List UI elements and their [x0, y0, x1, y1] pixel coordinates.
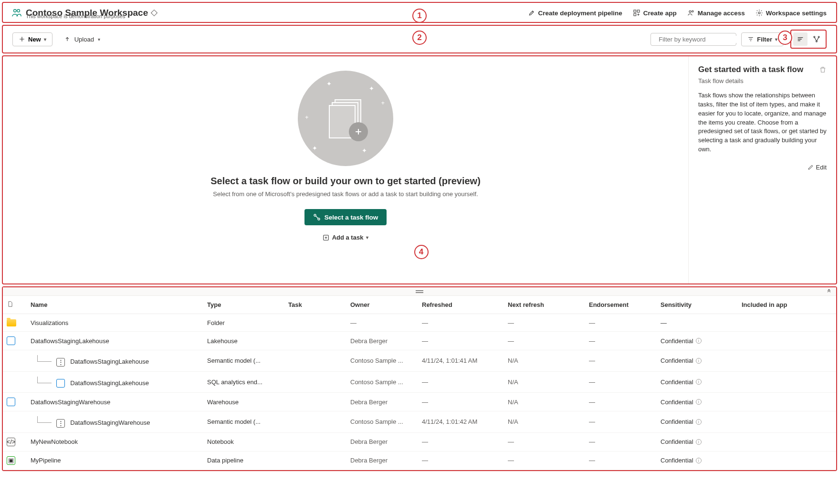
taskflow-subheading: Select from one of Microsoft's predesign…: [213, 190, 478, 198]
item-next-refresh: —: [504, 451, 585, 470]
col-task[interactable]: Task: [284, 296, 346, 314]
info-icon: i: [696, 358, 702, 364]
upload-icon: [64, 36, 71, 42]
item-owner: Contoso Sample ...: [346, 350, 418, 372]
taskflow-sidepanel: Get started with a task flow Task flow d…: [688, 56, 836, 284]
trash-icon[interactable]: [819, 66, 827, 74]
upload-button[interactable]: Upload ▾: [64, 36, 100, 43]
item-name[interactable]: DataflowsStagingLakehouse: [27, 371, 203, 393]
callout-2: 2: [412, 31, 427, 45]
table-row[interactable]: DataflowsStagingWarehouseWarehouseDebra …: [3, 393, 836, 411]
expand-icon[interactable]: [826, 288, 832, 296]
items-table: Name Type Task Owner Refreshed Next refr…: [3, 296, 836, 470]
items-list-panel: Name Type Task Owner Refreshed Next refr…: [2, 286, 837, 471]
col-refreshed[interactable]: Refreshed: [418, 296, 504, 314]
sidepanel-subtitle: Task flow details: [698, 77, 827, 84]
col-next[interactable]: Next refresh: [504, 296, 585, 314]
lineage-view-button[interactable]: [809, 32, 824, 46]
add-task-button[interactable]: Add a task ▾: [323, 234, 369, 241]
item-name[interactable]: Visualizations: [27, 314, 203, 332]
filter-search[interactable]: [650, 33, 736, 46]
item-task: [284, 371, 346, 393]
select-taskflow-button[interactable]: Select a task flow: [304, 209, 387, 225]
item-owner: Contoso Sample ...: [346, 411, 418, 433]
svg-point-0: [14, 10, 16, 12]
table-row[interactable]: ⋮ DataflowsStagingLakehouseSemantic mode…: [3, 350, 836, 372]
table-row[interactable]: DataflowsStagingLakehouseSQL analytics e…: [3, 371, 836, 393]
item-endorsement: —: [585, 332, 657, 350]
info-icon: i: [696, 419, 702, 425]
sidepanel-edit-button[interactable]: Edit: [698, 164, 827, 171]
col-owner[interactable]: Owner: [346, 296, 418, 314]
item-next-refresh: —: [504, 332, 585, 350]
gear-icon: [755, 9, 763, 17]
info-icon: i: [696, 338, 702, 344]
filter-input[interactable]: [659, 36, 739, 43]
item-next-refresh: —: [504, 432, 585, 451]
item-name[interactable]: ⋮ DataflowsStagingWarehouse: [27, 411, 203, 433]
item-refreshed: 4/11/24, 1:01:41 AM: [418, 350, 504, 372]
item-included: [738, 371, 836, 393]
item-name[interactable]: MyNewNotebook: [27, 432, 203, 451]
upload-label: Upload: [74, 36, 94, 43]
item-sensitivity: —: [657, 314, 738, 332]
workspace-icon: [11, 8, 22, 18]
item-endorsement: —: [585, 393, 657, 411]
pencil-icon: [808, 164, 814, 170]
table-row[interactable]: VisualizationsFolder—————: [3, 314, 836, 332]
item-sensitivity: Confidential i: [657, 393, 738, 411]
item-sensitivity: Confidential i: [657, 451, 738, 470]
view-toggle: [790, 30, 827, 49]
chevron-down-icon: ▾: [366, 235, 368, 240]
item-owner: Debra Berger: [346, 451, 418, 470]
col-type[interactable]: Type: [203, 296, 284, 314]
item-included: [738, 411, 836, 433]
item-task: [284, 451, 346, 470]
taskflow-panel: ✦ ✦ ✦ ✦ + + Select a task flow or build …: [2, 55, 837, 284]
item-task: [284, 350, 346, 372]
col-endorse[interactable]: Endorsement: [585, 296, 657, 314]
item-name[interactable]: DataflowsStagingWarehouse: [27, 393, 203, 411]
list-icon: [797, 35, 804, 43]
col-name[interactable]: Name: [27, 296, 203, 314]
item-included: [738, 332, 836, 350]
item-owner: Debra Berger: [346, 432, 418, 451]
item-next-refresh: N/A: [504, 350, 585, 372]
premium-icon: [151, 10, 157, 16]
new-button[interactable]: New ▾: [12, 32, 52, 46]
manage-access-button[interactable]: Manage access: [687, 9, 745, 17]
lineage-icon: [813, 35, 820, 43]
item-refreshed: —: [418, 432, 504, 451]
item-type: Notebook: [203, 432, 284, 451]
svg-rect-2: [634, 10, 636, 12]
svg-point-11: [816, 41, 818, 42]
table-row[interactable]: DataflowsStagingLakehouseLakehouseDebra …: [3, 332, 836, 350]
svg-point-9: [814, 36, 815, 38]
create-pipeline-button[interactable]: Create deployment pipeline: [528, 9, 622, 17]
filter-label: Filter: [757, 36, 772, 43]
workspace-subtitle: This workspace is demonstration purposes: [26, 13, 125, 19]
svg-point-5: [689, 10, 691, 12]
select-taskflow-label: Select a task flow: [325, 214, 378, 221]
col-sens[interactable]: Sensitivity: [657, 296, 738, 314]
workspace-settings-button[interactable]: Workspace settings: [755, 9, 827, 17]
table-row[interactable]: ▣MyPipelineData pipelineDebra Berger———C…: [3, 451, 836, 470]
table-row[interactable]: </>MyNewNotebookNotebookDebra Berger———C…: [3, 432, 836, 451]
chevron-down-icon: ▾: [775, 37, 777, 42]
item-name[interactable]: ⋮ DataflowsStagingLakehouse: [27, 350, 203, 372]
list-view-button[interactable]: [793, 32, 808, 46]
callout-3: 3: [778, 31, 792, 45]
item-name[interactable]: MyPipeline: [27, 451, 203, 470]
table-row[interactable]: ⋮ DataflowsStagingWarehouseSemantic mode…: [3, 411, 836, 433]
create-app-label: Create app: [643, 10, 677, 17]
item-type: SQL analytics end...: [203, 371, 284, 393]
create-app-button[interactable]: Create app: [633, 9, 677, 17]
item-owner: Contoso Sample ...: [346, 371, 418, 393]
filter-button[interactable]: Filter ▾: [741, 32, 784, 46]
panel-drag-handle[interactable]: [3, 287, 836, 296]
item-endorsement: —: [585, 371, 657, 393]
item-sensitivity: Confidential i: [657, 411, 738, 433]
svg-point-6: [692, 10, 693, 12]
col-included[interactable]: Included in app: [738, 296, 836, 314]
item-name[interactable]: DataflowsStagingLakehouse: [27, 332, 203, 350]
